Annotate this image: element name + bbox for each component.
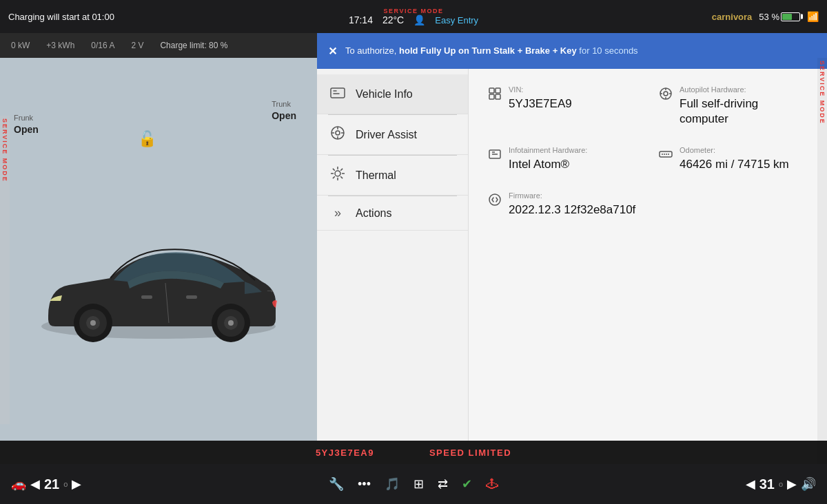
infotainment-label: Infotainment Hardware:	[509, 146, 587, 154]
car-image: →	[14, 127, 303, 450]
status-info: 17:14 22°C 👤 Easy Entry	[349, 14, 478, 25]
volume-icon[interactable]: 🔊	[801, 476, 816, 492]
svg-point-15	[336, 131, 340, 135]
wrench-icon[interactable]: 🔧	[329, 476, 344, 492]
battery-indicator: 53 %	[759, 12, 800, 22]
taskbar-right: ◀ 31 o ▶ 🔊	[746, 476, 816, 492]
firmware-label: Firmware:	[509, 191, 635, 200]
arrows-icon[interactable]: ⇄	[438, 476, 448, 492]
menu-item-vehicle-info[interactable]: Vehicle Info	[317, 74, 468, 114]
vin-strip-vin: 5YJ3E7EA9	[316, 448, 374, 458]
check-icon[interactable]: ✔	[462, 476, 472, 492]
stat-amps: 0/16 A	[91, 41, 114, 50]
svg-rect-30	[496, 88, 500, 93]
media-icon[interactable]: ⊞	[414, 476, 424, 492]
speed-right: 31	[759, 476, 775, 492]
firmware-item: Firmware: 2022.12.3 12f32e8a710f	[488, 191, 808, 218]
svg-text:→: →	[265, 285, 275, 296]
thermal-icon	[328, 165, 347, 185]
trunk-title: Trunk	[272, 99, 296, 109]
taskbar-center: 🔧 ••• 🎵 ⊞ ⇄ ✔ 🕹	[329, 476, 498, 492]
trunk-label: Trunk Open	[272, 99, 296, 123]
service-panel: Vehicle Info Driver Assist	[317, 69, 827, 464]
svg-point-34	[664, 92, 668, 96]
info-grid: VIN: 5YJ3E7EA9 Autopil	[488, 85, 808, 218]
status-right: carnivora 53 % 📶	[549, 11, 819, 22]
autopilot-value: Full self-driving computer	[680, 96, 808, 127]
dots-icon[interactable]: •••	[358, 477, 371, 492]
charge-message: Charging will start at 01:00	[8, 12, 278, 22]
joystick-icon[interactable]: 🕹	[486, 477, 498, 492]
stat-power: 0 kW	[11, 41, 30, 50]
vin-icon	[488, 87, 502, 104]
svg-line-28	[333, 176, 335, 178]
back-arrow-right[interactable]: ◀	[746, 476, 755, 492]
svg-line-26	[340, 176, 343, 178]
speed-left: 21	[44, 476, 59, 492]
auth-text: To authorize, hold Fully Up on Turn Stal…	[345, 45, 638, 57]
svg-rect-42	[660, 151, 672, 157]
svg-point-20	[335, 171, 340, 176]
stat-charge-limit: Charge limit: 80 %	[160, 41, 227, 50]
auth-close-button[interactable]: ✕	[328, 45, 337, 58]
car-icon[interactable]: 🚗	[11, 476, 26, 492]
svg-rect-32	[496, 94, 500, 99]
battery-bar	[781, 12, 800, 21]
back-arrow[interactable]: ◀	[30, 476, 40, 492]
easy-entry-label: Easy Entry	[435, 15, 478, 25]
vin-strip-status: SPEED LIMITED	[429, 448, 511, 458]
thermal-label: Thermal	[356, 169, 396, 182]
menu-item-thermal[interactable]: Thermal	[317, 156, 468, 196]
svg-rect-12	[186, 295, 197, 299]
vin-item: VIN: 5YJ3E7EA9	[488, 85, 637, 127]
driver-assist-label: Driver Assist	[356, 129, 417, 141]
autopilot-icon	[659, 87, 673, 104]
odometer-item: Odometer: 46426 mi / 74715 km	[659, 146, 808, 172]
spotify-icon[interactable]: 🎵	[385, 476, 400, 492]
autopilot-item: Autopilot Hardware: Full self-driving co…	[659, 85, 808, 127]
vin-label: VIN:	[509, 85, 572, 94]
svg-rect-11	[141, 295, 152, 299]
menu-item-driver-assist[interactable]: Driver Assist	[317, 115, 468, 155]
taskbar-left: 🚗 ◀ 21 o ▶	[11, 476, 81, 492]
battery-fill	[782, 14, 792, 20]
charge-message-text: Charging will start at 01:00	[8, 12, 114, 22]
odometer-value: 46426 mi / 74715 km	[680, 157, 789, 172]
svg-point-47	[489, 194, 500, 205]
svg-point-9	[228, 320, 234, 326]
battery-percent: 53 %	[759, 12, 779, 22]
wifi-icon: 📶	[807, 11, 819, 22]
odometer-label: Odometer:	[680, 146, 789, 154]
infotainment-icon	[488, 147, 502, 165]
person-icon: 👤	[414, 14, 425, 25]
svg-line-27	[340, 169, 343, 171]
unit-right: o	[779, 480, 783, 488]
taskbar: 🚗 ◀ 21 o ▶ 🔧 ••• 🎵 ⊞ ⇄ ✔ 🕹 ◀ 31 o ▶ 🔊	[0, 464, 827, 504]
firmware-icon	[488, 193, 502, 210]
trunk-value: Open	[272, 109, 296, 123]
stat-kwh: +3 kWh	[46, 41, 74, 50]
temp-display: 22°C	[382, 14, 404, 25]
car-panel: SERVICE MODE Frunk Open Trunk Open 🔓	[0, 58, 317, 464]
charge-bar: 0 kW +3 kWh 0/16 A 2 V Charge limit: 80 …	[0, 33, 317, 58]
status-bar: Charging will start at 01:00 SERVICE MOD…	[0, 0, 827, 33]
service-right-label: SERVICE MODE	[817, 58, 827, 464]
info-panel: VIN: 5YJ3E7EA9 Autopil	[469, 69, 827, 464]
actions-label: Actions	[356, 207, 391, 220]
service-mode-label: SERVICE MODE	[384, 8, 444, 14]
actions-icon: »	[328, 206, 347, 220]
infotainment-item: Infotainment Hardware: Intel Atom®	[488, 146, 637, 172]
stat-volts: 2 V	[131, 41, 143, 50]
vin-value: 5YJ3E7EA9	[509, 96, 572, 112]
status-center: SERVICE MODE 17:14 22°C 👤 Easy Entry	[278, 8, 549, 25]
driver-assist-icon	[328, 125, 347, 145]
svg-rect-13	[331, 88, 345, 98]
forward-arrow-right[interactable]: ▶	[787, 476, 797, 492]
vehicle-info-icon	[328, 84, 347, 104]
forward-arrow-left[interactable]: ▶	[72, 476, 81, 492]
unit-left: o	[63, 480, 68, 488]
menu-item-actions[interactable]: » Actions	[317, 196, 468, 231]
service-left-label: SERVICE MODE	[0, 116, 10, 424]
svg-line-25	[333, 169, 335, 171]
firmware-value: 2022.12.3 12f32e8a710f	[509, 202, 635, 218]
